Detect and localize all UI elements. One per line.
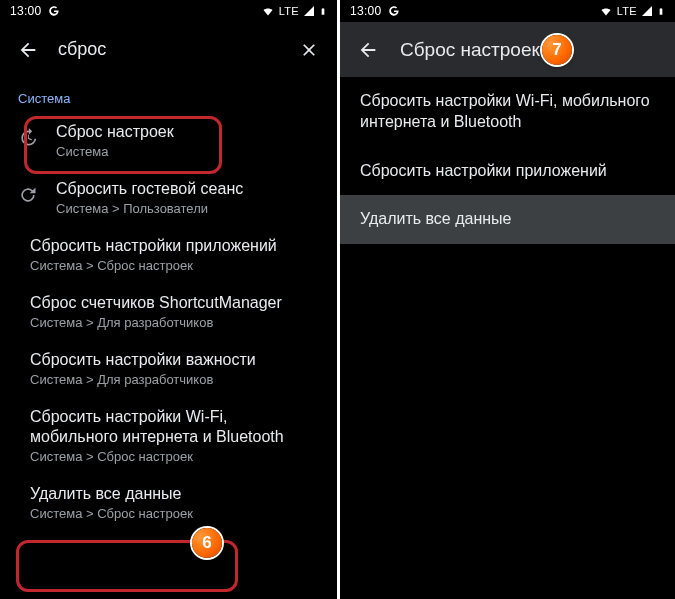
signal-icon [303,5,315,17]
status-time: 13:00 [10,4,42,18]
result-title: Удалить все данные [30,484,193,504]
result-row-app-prefs[interactable]: Сбросить настройки приложений Система > … [0,226,337,283]
back-button[interactable] [346,28,390,72]
section-header: Система [0,77,337,110]
result-title: Сбросить настройки Wi-Fi, мобильного инт… [30,407,317,447]
result-title: Сбросить настройки приложений [30,236,277,256]
result-sub: Система > Сброс настроек [30,449,317,464]
result-row-guest[interactable]: Сбросить гостевой сеанс Система > Пользо… [0,169,337,226]
page-title: Сброс настроек [400,39,540,61]
battery-icon [319,5,327,18]
result-title: Сброс настроек [56,122,174,142]
step-badge-6: 6 [192,528,222,558]
status-bar: 13:00 LTE [0,0,337,22]
wifi-icon [599,5,613,17]
signal-icon [641,5,653,17]
google-icon [388,5,400,17]
result-row-erase-all[interactable]: Удалить все данные Система > Сброс настр… [0,474,337,535]
refresh-icon [14,181,42,209]
search-bar: сброс [0,22,337,77]
result-sub: Система > Пользователи [56,201,243,216]
clear-button[interactable] [287,28,331,72]
network-label: LTE [617,5,637,17]
result-row-shortcut[interactable]: Сброс счетчиков ShortcutManager Система … [0,283,337,340]
status-time: 13:00 [350,4,382,18]
result-title: Сбросить настройки важности [30,350,256,370]
battery-icon [657,5,665,18]
step-badge-7: 7 [542,35,572,65]
result-row-reset-settings[interactable]: Сброс настроек Система [0,110,337,169]
result-sub: Система > Для разработчиков [30,315,282,330]
erase-all-option[interactable]: Удалить все данные [340,195,675,244]
result-title: Сбросить гостевой сеанс [56,179,243,199]
result-sub: Система [56,144,174,159]
status-bar: 13:00 LTE [340,0,675,22]
phone-search-screen: 13:00 LTE [0,0,337,599]
google-icon [48,5,60,17]
result-row-wifi[interactable]: Сбросить настройки Wi-Fi, мобильного инт… [0,397,337,474]
app-bar: Сброс настроек [340,22,675,77]
reset-apps-option[interactable]: Сбросить настройки приложений [340,147,675,196]
result-sub: Система > Сброс настроек [30,258,277,273]
result-sub: Система > Сброс настроек [30,506,193,521]
result-sub: Система > Для разработчиков [30,372,256,387]
search-input[interactable]: сброс [54,39,283,60]
result-title: Сброс счетчиков ShortcutManager [30,293,282,313]
network-label: LTE [279,5,299,17]
back-button[interactable] [6,28,50,72]
result-row-importance[interactable]: Сбросить настройки важности Система > Дл… [0,340,337,397]
history-icon [14,124,42,152]
reset-wifi-option[interactable]: Сбросить настройки Wi-Fi, мобильного инт… [340,77,675,147]
phone-reset-screen: 13:00 LTE Сброс [340,0,675,599]
wifi-icon [261,5,275,17]
